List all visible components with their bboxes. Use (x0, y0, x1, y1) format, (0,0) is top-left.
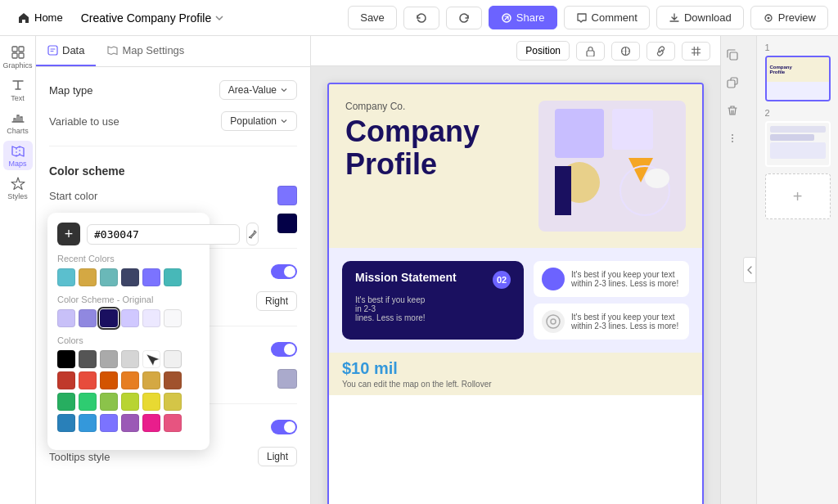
canvas-toolbar: Position (311, 36, 720, 66)
scheme-swatch-2[interactable] (100, 309, 118, 327)
sidebar-item-charts[interactable]: Charts (3, 108, 33, 137)
thumb-num-2: 2 (764, 108, 770, 118)
color-swatch-olive[interactable] (164, 393, 182, 411)
canvas-icon-copy[interactable] (720, 43, 745, 67)
home-button[interactable]: Home (10, 8, 71, 27)
color-swatch-rose[interactable] (164, 414, 182, 432)
lock-icon (585, 46, 596, 56)
variable-select[interactable]: Population (221, 111, 297, 131)
collapse-panel-button[interactable] (743, 257, 756, 283)
tab-data[interactable]: Data (36, 36, 96, 66)
share-button[interactable]: Share (489, 6, 557, 29)
canvas-icon-duplicate[interactable] (720, 70, 745, 95)
sidebar-item-graphics[interactable]: Graphics (3, 43, 33, 72)
comment-icon (576, 12, 588, 24)
tooltips-style-select[interactable]: Light (258, 447, 297, 466)
recent-swatch-1[interactable] (79, 268, 97, 286)
color-swatch-light-gray[interactable] (121, 350, 139, 368)
color-swatch-yellow-green[interactable] (121, 393, 139, 411)
scheme-swatch-4[interactable] (142, 309, 160, 327)
svg-rect-5 (12, 53, 17, 58)
recent-swatch-5[interactable] (164, 268, 182, 286)
delete-icon (727, 105, 738, 116)
recent-swatch-2[interactable] (100, 268, 118, 286)
tooltips-toggle[interactable] (271, 420, 297, 434)
color-swatch-blue[interactable] (79, 414, 97, 432)
lock-button[interactable] (576, 42, 605, 61)
charts-label: Charts (7, 127, 29, 135)
cp-hex-input[interactable] (87, 224, 240, 245)
legend-toggle[interactable] (271, 264, 297, 279)
recent-swatch-3[interactable] (121, 268, 139, 286)
border-toggle[interactable] (271, 342, 297, 357)
comment-button[interactable]: Comment (564, 6, 650, 29)
colors-swatches (57, 350, 200, 432)
map-type-select[interactable]: Area-Value (219, 80, 297, 100)
variable-chevron-icon (280, 117, 288, 125)
color-swatch-red[interactable] (79, 371, 97, 389)
color-swatch-orange-dark[interactable] (100, 371, 118, 389)
caption-text: You can edit the map on the left. Rollov… (342, 380, 689, 389)
color-swatch-orange[interactable] (121, 371, 139, 389)
thumb-card-1[interactable]: CompanyProfile (765, 56, 831, 101)
preview-button[interactable]: Preview (750, 6, 828, 29)
color-swatch-gray[interactable] (100, 350, 118, 368)
svg-point-22 (732, 134, 733, 136)
grid-button[interactable] (682, 42, 710, 61)
canvas-icon-more[interactable] (720, 126, 745, 151)
scheme-swatch-1[interactable] (79, 309, 97, 327)
scheme-swatch-3[interactable] (121, 309, 139, 327)
color-swatch-lime[interactable] (100, 393, 118, 411)
styles-label: Styles (7, 192, 28, 200)
start-color-swatch[interactable] (277, 186, 297, 205)
recent-colors-label: Recent Colors (57, 254, 200, 263)
color-swatch-brown[interactable] (164, 371, 182, 389)
graphics-label: Graphics (3, 61, 33, 70)
end-color-swatch[interactable] (277, 214, 297, 233)
color-swatch-pink[interactable] (142, 414, 160, 432)
cp-eyedrop-button[interactable] (246, 223, 259, 245)
cp-plus-button[interactable]: + (57, 223, 80, 245)
canvas-icon-delete[interactable] (720, 98, 745, 123)
undo-button[interactable] (403, 7, 439, 29)
color-swatch-green[interactable] (79, 393, 97, 411)
redo-button[interactable] (446, 7, 482, 29)
sidebar-item-maps[interactable]: Maps (3, 141, 33, 170)
color-swatch-dark-gray[interactable] (79, 350, 97, 368)
color-swatch-dark-red[interactable] (57, 371, 75, 389)
tab-map-settings[interactable]: Map Settings (96, 36, 196, 66)
color-swatch-off-white[interactable] (164, 350, 182, 368)
color-swatch-dark-green[interactable] (57, 393, 75, 411)
scheme-swatch-5[interactable] (164, 309, 182, 327)
download-button[interactable]: Download (656, 6, 744, 29)
color-swatch-gold[interactable] (142, 371, 160, 389)
recent-swatch-0[interactable] (57, 268, 75, 286)
color-swatch-dark-blue[interactable] (57, 414, 75, 432)
color-swatch-purple[interactable] (100, 414, 118, 432)
color-swatch-yellow[interactable] (142, 393, 160, 411)
thumb-card-2[interactable] (765, 121, 831, 167)
canvas-scroll[interactable]: Company Co. Company Profile (311, 66, 720, 504)
add-page-button[interactable]: + (765, 173, 831, 219)
mission-title: Mission Statement (355, 271, 457, 284)
styles-icon (11, 176, 25, 191)
mission-box: Mission Statement 02 It's best if you ke… (342, 261, 524, 340)
color-swatch-black[interactable] (57, 350, 75, 368)
svg-point-18 (547, 315, 560, 328)
svg-rect-3 (12, 47, 17, 52)
text-label: Text (11, 94, 25, 102)
sidebar-item-styles[interactable]: Styles (3, 173, 33, 203)
border-color-swatch[interactable] (277, 369, 297, 389)
charts-icon (11, 110, 25, 125)
start-color-label: Start color (49, 190, 97, 202)
color-swatch-violet[interactable] (121, 414, 139, 432)
sidebar-item-text[interactable]: Text (3, 75, 33, 105)
maps-icon (11, 143, 25, 158)
link-button[interactable] (647, 42, 675, 61)
save-button[interactable]: Save (348, 6, 397, 29)
legend-position-select[interactable]: Right (256, 291, 297, 311)
recent-swatch-4[interactable] (142, 268, 160, 286)
scheme-swatch-0[interactable] (57, 309, 75, 327)
scheme-swatches (57, 309, 200, 327)
opacity-button[interactable] (611, 42, 640, 61)
